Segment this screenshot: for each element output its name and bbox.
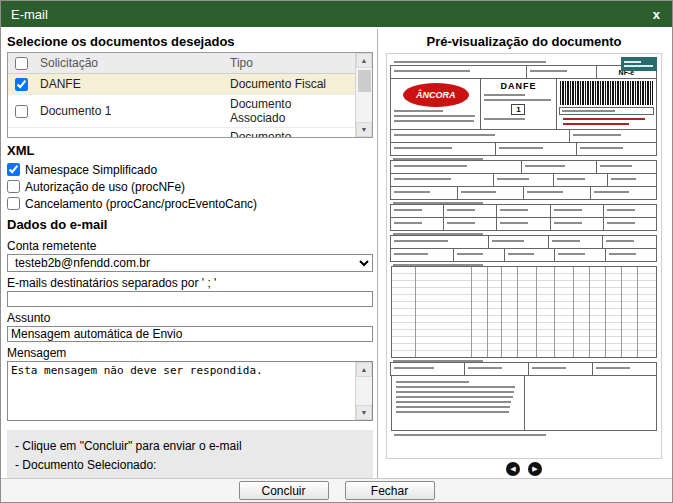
invoice-detail	[605, 248, 657, 262]
ancora-logo: ÂNCORA	[403, 83, 469, 107]
invoice-detail	[391, 61, 657, 63]
dialog-footer: Concluir Fechar	[1, 478, 672, 502]
invoice-detail	[392, 376, 524, 430]
xml-option-namespace[interactable]: Namespace Simplificado	[7, 163, 373, 177]
invoice-detail	[602, 235, 657, 249]
skeleton-text-line	[527, 191, 563, 193]
skeleton-text-line	[394, 110, 443, 112]
invoice-detail	[390, 362, 465, 376]
xml-option-label: Cancelamento (procCanc/procEventoCanc)	[25, 197, 257, 211]
skeleton-text-line	[492, 240, 523, 242]
invoice-detail: ÂNCORA	[416, 90, 456, 100]
preview-panel: Pré-visualização do documento NF-e ÂNCOR…	[382, 29, 666, 478]
skeleton-text-line	[457, 253, 484, 255]
access-key-box	[559, 107, 654, 115]
skeleton-text-line	[396, 406, 510, 408]
invoice-detail	[554, 248, 606, 262]
invoice-detail	[521, 160, 597, 174]
recipients-input[interactable]	[7, 291, 373, 307]
invoice-detail	[391, 187, 657, 200]
skeleton-text-line	[552, 240, 581, 242]
skeleton-text-line	[394, 191, 430, 193]
invoice-detail	[390, 204, 444, 218]
invoice-detail	[390, 160, 522, 174]
skeleton-text-line	[394, 178, 451, 180]
skeleton-text-line	[624, 65, 653, 67]
skeleton-text-line	[396, 381, 469, 383]
dialog-content: Selecione os documentos desejados Solici…	[1, 27, 672, 478]
skeleton-text-line	[607, 209, 635, 211]
skeleton-text-line	[554, 222, 582, 224]
scroll-down-icon[interactable]: ▼	[356, 405, 372, 420]
next-page-icon[interactable]: ▶	[528, 462, 542, 476]
invoice-items-table	[391, 266, 657, 358]
skeleton-text-line	[394, 240, 448, 242]
info-box: - Clique em "Concluir" para enviar o e-m…	[7, 430, 373, 478]
invoice-detail	[555, 267, 574, 357]
skeleton-text-line	[394, 70, 470, 72]
xml-option-autorizacao[interactable]: Autorização de uso (procNFe)	[7, 180, 373, 194]
table-row[interactable]: Documento 2 Documento Associado	[8, 127, 355, 138]
skeleton-text-line	[394, 222, 422, 224]
sender-select[interactable]: testeb2b@nfendd.com.br	[7, 254, 373, 272]
scroll-up-icon[interactable]: ▲	[356, 53, 372, 68]
invoice-detail	[495, 142, 576, 156]
textarea-scrollbar[interactable]: ▲ ▼	[355, 362, 372, 420]
message-textarea[interactable]: Esta mensagem não deve ser respondida.	[8, 362, 355, 420]
sender-label: Conta remetente	[7, 239, 373, 253]
autorizacao-checkbox[interactable]	[7, 180, 20, 193]
invoice-detail: ÂNCORA DANFE 1	[391, 79, 657, 130]
column-header-tipo: Tipo	[224, 53, 355, 73]
invoice-detail	[390, 142, 496, 156]
close-icon[interactable]: x	[651, 7, 662, 22]
invoice-detail	[443, 217, 497, 231]
skeleton-text-line	[497, 178, 528, 180]
namespace-checkbox[interactable]	[7, 163, 20, 176]
recipients-label: E-mails destinatários separados por ' ; …	[7, 276, 373, 290]
row-name: Documento 2	[34, 127, 224, 138]
message-label: Mensagem	[7, 346, 373, 360]
skeleton-text-line	[394, 147, 452, 149]
row-checkbox[interactable]	[15, 105, 28, 118]
invoice-detail	[524, 376, 657, 430]
fechar-button[interactable]: Fechar	[345, 481, 435, 500]
left-panel: Selecione os documentos desejados Solici…	[7, 29, 373, 478]
invoice-detail	[390, 173, 494, 187]
row-checkbox[interactable]	[15, 78, 28, 91]
row-name: Documento 1	[34, 94, 224, 127]
invoice-detail	[553, 173, 608, 187]
table-scrollbar[interactable]: ▲ ▼	[355, 53, 372, 137]
subject-input[interactable]	[7, 326, 373, 342]
skeleton-text-line	[394, 115, 475, 117]
prev-page-icon[interactable]: ◀	[506, 462, 520, 476]
invoice-detail	[392, 267, 416, 357]
skeleton-text-line	[396, 386, 515, 388]
concluir-button[interactable]: Concluir	[239, 481, 329, 500]
skeleton-text-line	[606, 240, 635, 242]
xml-option-cancelamento[interactable]: Cancelamento (procCanc/procEventoCanc)	[7, 197, 373, 211]
skeleton-text-line	[396, 396, 513, 398]
invoice-detail	[537, 267, 556, 357]
scroll-thumb[interactable]	[358, 70, 371, 92]
invoice-detail	[488, 235, 548, 249]
page-indicator-box	[621, 57, 657, 71]
skeleton-text-line	[530, 70, 568, 72]
invoice-detail	[483, 118, 553, 120]
invoice-detail	[563, 118, 645, 120]
invoice-detail	[528, 362, 593, 376]
scroll-down-icon[interactable]: ▼	[356, 122, 372, 137]
scroll-up-icon[interactable]: ▲	[356, 362, 372, 377]
table-row[interactable]: Documento 1 Documento Associado	[8, 94, 355, 127]
email-heading: Dados do e-mail	[7, 217, 373, 232]
invoice-detail	[464, 362, 529, 376]
skeleton-text-line	[594, 191, 630, 193]
invoice-detail	[390, 235, 489, 249]
select-all-checkbox[interactable]	[15, 57, 28, 70]
skeleton-text-line	[394, 434, 546, 436]
invoice-detail	[457, 186, 525, 200]
invoice-detail: DANFE 1	[480, 78, 556, 130]
invoice-detail	[622, 267, 638, 357]
table-row[interactable]: DANFE Documento Fiscal	[8, 73, 355, 94]
invoice-detail	[453, 248, 505, 262]
cancelamento-checkbox[interactable]	[7, 197, 20, 210]
